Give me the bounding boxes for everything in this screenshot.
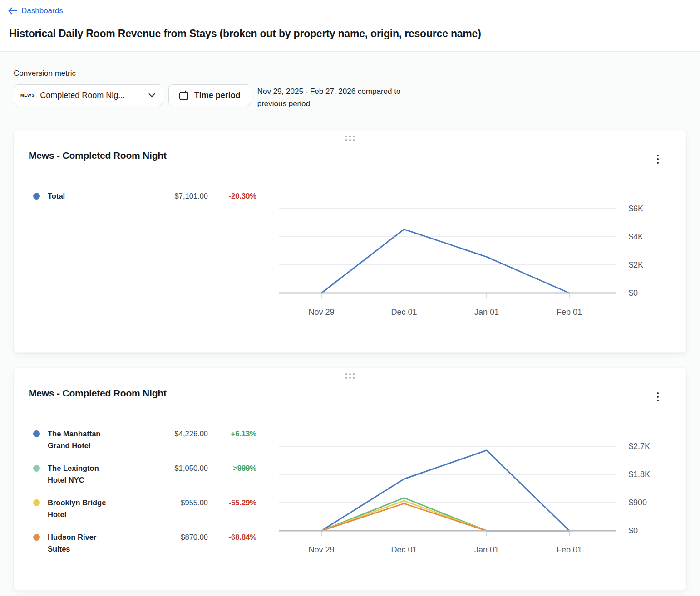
conversion-metric-label: Conversion metric [14,69,686,78]
card-body: Total $7,101.00 -20.30% $0$2K$4K$6KNov 2… [14,189,686,325]
toolbar: MEWS Completed Room Nig... Time period N… [14,84,686,110]
total-revenue-line-chart: $0$2K$4K$6KNov 29Dec 01Jan 01Feb 01 [265,193,666,325]
card-title: Mews - Completed Room Night [29,388,686,399]
svg-text:Feb 01: Feb 01 [557,545,582,554]
series-value: $4,226.00 [118,428,208,440]
time-period-label: Time period [194,91,241,100]
series-value: $955.00 [118,497,208,508]
series-name: Hudson River Suites [48,531,118,555]
svg-text:Dec 01: Dec 01 [391,545,417,554]
card-menu-button[interactable] [655,153,661,166]
kebab-vertical-icon [657,155,659,156]
svg-text:Feb 01: Feb 01 [557,308,582,317]
svg-text:$2.7K: $2.7K [629,442,650,451]
calendar-icon [179,90,189,101]
svg-text:$1.8K: $1.8K [629,470,650,479]
series-value: $7,101.00 [118,190,208,202]
date-range-text: Nov 29, 2025 - Feb 27, 2026 compared to … [257,85,401,110]
dashboard-content: Conversion metric MEWS Completed Room Ni… [0,69,700,591]
back-to-dashboards-link[interactable]: Dashboards [8,6,63,15]
legend-row-hudson-river-suites[interactable]: Hudson River Suites $870.00 -68.84% [33,530,265,565]
chevron-down-icon [148,93,155,98]
property-revenue-line-chart: $0$900$1.8K$2.7KNov 29Dec 01Jan 01Feb 01 [265,431,666,562]
series-change-badge: -55.29% [208,497,256,508]
chart-legend: Total $7,101.00 -20.30% [33,189,265,212]
legend-row-lexington-hotel-nyc[interactable]: The Lexington Hotel NYC $1,050.00 >999% [33,461,265,496]
conversion-metric-select[interactable]: MEWS Completed Room Nig... [14,84,163,106]
svg-text:$4K: $4K [629,232,643,241]
svg-text:$0: $0 [629,288,638,298]
series-change-badge: >999% [208,462,256,474]
back-link-label: Dashboards [21,6,63,15]
series-value: $870.00 [118,531,208,543]
arrow-left-icon [8,7,17,15]
card-menu-button[interactable] [655,391,661,403]
card-body: The Manhattan Grand Hotel $4,226.00 +6.1… [14,427,686,565]
series-color-dot [33,430,40,437]
legend-row-manhattan-grand-hotel[interactable]: The Manhattan Grand Hotel $4,226.00 +6.1… [33,427,265,461]
page-header: Dashboards Historical Daily Room Revenue… [0,0,700,52]
card-title: Mews - Completed Room Night [29,150,686,161]
svg-text:$2K: $2K [629,260,643,269]
svg-text:Jan 01: Jan 01 [474,308,499,317]
svg-text:Nov 29: Nov 29 [308,545,334,554]
series-name: Total [48,190,118,202]
chart-card-by-property: Mews - Completed Room Night The Manhatta… [14,367,686,591]
series-value: $1,050.00 [118,462,208,474]
series-name: The Manhattan Grand Hotel [48,428,118,451]
grip-dots-icon[interactable] [344,134,356,143]
legend-row-total[interactable]: Total $7,101.00 -20.30% [33,189,265,212]
series-color-dot [33,465,40,472]
series-change-badge: -20.30% [208,190,256,202]
svg-text:$900: $900 [629,498,647,507]
series-color-dot [33,534,40,541]
series-name: The Lexington Hotel NYC [48,462,118,486]
page-title: Historical Daily Room Revenue from Stays… [9,28,691,40]
series-name: Brooklyn Bridge Hotel [48,497,118,520]
svg-text:Nov 29: Nov 29 [308,308,334,317]
grip-dots-icon[interactable] [344,371,356,381]
series-change-badge: -68.84% [208,531,256,543]
chart-legend: The Manhattan Grand Hotel $4,226.00 +6.1… [33,427,265,565]
svg-text:Jan 01: Jan 01 [474,545,499,554]
svg-text:$6K: $6K [629,204,643,213]
svg-text:$0: $0 [629,526,638,535]
conversion-metric-value: Completed Room Nig... [40,91,144,100]
svg-text:Dec 01: Dec 01 [391,308,417,317]
mews-logo: MEWS [20,93,35,98]
kebab-vertical-icon [657,392,659,394]
series-color-dot [33,193,40,200]
series-color-dot [33,499,40,506]
series-change-badge: +6.13% [208,428,256,440]
time-period-button[interactable]: Time period [168,84,251,106]
legend-row-brooklyn-bridge-hotel[interactable]: Brooklyn Bridge Hotel $955.00 -55.29% [33,496,265,530]
chart-card-total: Mews - Completed Room Night Total $7,101… [14,130,686,353]
